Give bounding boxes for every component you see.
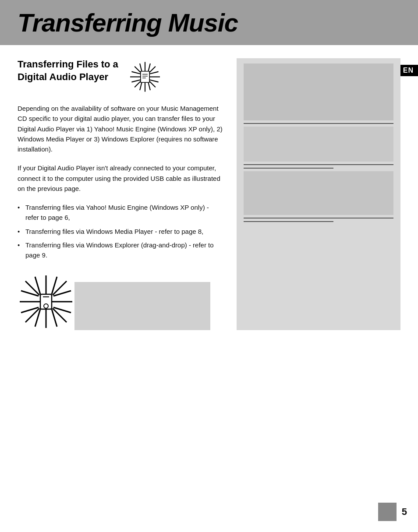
divider-3 (244, 218, 393, 218)
page-number: 5 (402, 506, 407, 518)
left-column: Transferring Files to a Digital Audio Pl… (18, 58, 223, 330)
page-title: Transferring Music (18, 8, 400, 37)
divider-2 (244, 164, 393, 165)
svg-line-15 (131, 72, 140, 74)
bullet-list: Transferring files via Yahoo! Music Engi… (18, 202, 223, 260)
section-heading-block: Transferring Files to a Digital Audio Pl… (18, 58, 118, 91)
bottom-icon-area (18, 273, 223, 330)
page-number-badge (378, 503, 397, 521)
divider-3b (244, 221, 333, 222)
right-image-block-top (244, 63, 393, 120)
right-sub-block-2 (244, 171, 393, 215)
starburst-icon-bottom (18, 273, 74, 330)
bullet-item-2: Transferring files via Windows Media Pla… (18, 226, 223, 236)
right-sub-block-1 (244, 127, 393, 162)
svg-line-11 (149, 80, 158, 82)
paragraph-2: If your Digital Audio Player isn't alrea… (18, 163, 223, 194)
divider-2b (244, 168, 333, 169)
page-header: Transferring Music (0, 0, 418, 45)
page-number-area: 5 (378, 503, 407, 521)
bullet-item-1: Transferring files via Yahoo! Music Engi… (18, 202, 223, 223)
language-badge: EN (399, 65, 418, 76)
svg-line-10 (149, 72, 158, 74)
right-column (237, 58, 400, 330)
main-content: Transferring Files to a Digital Audio Pl… (0, 58, 418, 330)
paragraph-1: Depending on the availability of softwar… (18, 103, 223, 154)
heading-icon-row: Transferring Files to a Digital Audio Pl… (18, 58, 223, 95)
svg-line-14 (131, 80, 140, 82)
bullet-item-3: Transferring files via Windows Explorer … (18, 240, 223, 261)
svg-rect-16 (141, 71, 149, 83)
section-heading: Transferring Files to a Digital Audio Pl… (18, 58, 118, 83)
divider-1 (244, 123, 393, 124)
starburst-icon-top (125, 58, 165, 95)
bottom-image-placeholder (74, 282, 210, 330)
